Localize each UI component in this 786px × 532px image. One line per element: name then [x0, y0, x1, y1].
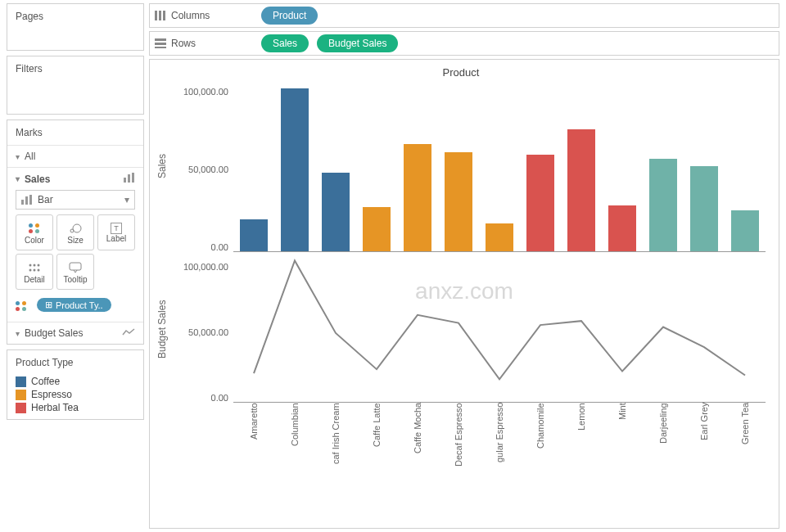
svg-rect-18	[155, 38, 166, 41]
legend-label: Espresso	[31, 389, 72, 400]
svg-rect-16	[159, 11, 161, 20]
legend-swatch	[16, 376, 26, 387]
mark-type-select[interactable]: Bar ▾	[16, 190, 135, 210]
bar[interactable]	[281, 88, 309, 251]
bar[interactable]	[404, 144, 431, 251]
x-tick: gular Espresso	[479, 403, 520, 494]
sidebar: Pages Filters Marks ▾ All ▾ Sales Bar	[0, 0, 149, 532]
product-type-pill[interactable]: ⊞ Product Ty..	[37, 298, 111, 312]
legend-label: Herbal Tea	[31, 402, 79, 413]
svg-point-10	[38, 264, 40, 266]
mark-type-label: Bar	[38, 194, 53, 205]
marks-sales[interactable]: ▾ Sales	[7, 167, 143, 190]
marks-budget-sales[interactable]: ▾ Budget Sales	[7, 322, 143, 344]
svg-rect-4	[25, 196, 28, 205]
bar[interactable]	[240, 219, 268, 251]
bar-icon	[21, 195, 33, 205]
svg-rect-17	[163, 11, 165, 20]
columns-icon	[155, 11, 166, 20]
svg-point-13	[38, 268, 40, 271]
budget-sales-label: Budget Sales	[25, 327, 83, 339]
svg-rect-0	[124, 178, 126, 183]
svg-point-11	[29, 268, 32, 271]
bar[interactable]	[445, 152, 472, 251]
detail-icon	[29, 260, 40, 275]
svg-rect-15	[155, 11, 157, 20]
chevron-down-icon: ▾	[16, 174, 20, 183]
chart-title: Product	[156, 66, 766, 79]
size-icon	[69, 221, 82, 236]
legend-item[interactable]: Coffee	[16, 375, 135, 388]
y-tick: 50,000.00	[188, 327, 228, 337]
sales-plot: Sales 100,000.0050,000.000.00	[156, 80, 766, 252]
pill-budget-sales[interactable]: Budget Sales	[317, 34, 398, 52]
bar[interactable]	[567, 129, 595, 251]
grid-icon: ⊞	[45, 300, 52, 310]
label-icon: T	[111, 223, 122, 234]
svg-rect-5	[29, 195, 32, 205]
bar[interactable]	[690, 166, 718, 251]
x-tick: Mint	[602, 403, 643, 494]
pages-label: Pages	[7, 4, 143, 29]
svg-rect-19	[155, 43, 166, 45]
main: Columns Product Rows Sales Budget Sales …	[149, 0, 786, 532]
detail-button[interactable]: Detail	[16, 254, 53, 290]
bar[interactable]	[322, 173, 350, 251]
y-tick: 0.00	[211, 393, 228, 403]
sales-ylabel: Sales	[156, 80, 171, 252]
x-tick: Green Tea	[725, 403, 766, 494]
bar[interactable]	[731, 210, 759, 251]
bar[interactable]	[526, 155, 554, 251]
svg-point-7	[73, 224, 81, 232]
rows-label: Rows	[171, 38, 196, 49]
legend-item[interactable]: Espresso	[16, 388, 135, 401]
columns-shelf[interactable]: Columns Product	[149, 3, 779, 28]
size-button[interactable]: Size	[56, 214, 94, 250]
legend-label: Coffee	[31, 376, 60, 387]
pill-sales[interactable]: Sales	[261, 34, 309, 52]
svg-point-8	[29, 264, 32, 266]
pill-product[interactable]: Product	[261, 7, 318, 25]
svg-rect-2	[132, 173, 134, 183]
budget-line[interactable]	[254, 260, 745, 379]
color-dots-icon	[16, 301, 27, 311]
legend-item[interactable]: Herbal Tea	[16, 401, 135, 414]
tooltip-button[interactable]: Tooltip	[56, 254, 94, 290]
svg-rect-3	[21, 200, 24, 205]
rows-icon	[155, 38, 166, 48]
marks-label: Marks	[7, 120, 143, 145]
chart-area: Product Sales 100,000.0050,000.000.00 Bu…	[149, 59, 779, 529]
columns-label: Columns	[171, 10, 210, 21]
x-tick: Earl Grey	[684, 403, 725, 494]
x-tick: Amaretto	[233, 403, 274, 494]
rows-shelf[interactable]: Rows Sales Budget Sales	[149, 31, 779, 56]
x-tick: Chamomile	[520, 403, 561, 494]
marks-all[interactable]: ▾ All	[7, 145, 143, 167]
tooltip-icon	[69, 260, 82, 275]
bar[interactable]	[608, 205, 636, 251]
label-button[interactable]: T Label	[97, 214, 135, 250]
x-tick: caf Irish Cream	[315, 403, 356, 494]
color-icon	[29, 221, 40, 236]
x-tick: Columbian	[274, 403, 315, 494]
y-tick: 50,000.00	[188, 165, 228, 174]
x-tick: Lemon	[561, 403, 602, 494]
bar[interactable]	[486, 223, 513, 251]
legend-title: Product Type	[7, 350, 143, 375]
y-tick: 0.00	[211, 242, 228, 252]
pages-panel: Pages	[7, 3, 144, 51]
bar[interactable]	[649, 159, 677, 251]
svg-rect-14	[70, 263, 81, 270]
line-mark-icon	[122, 327, 135, 339]
x-tick: Decaf Espresso	[438, 403, 479, 494]
color-button[interactable]: Color	[16, 214, 53, 250]
svg-point-9	[34, 264, 36, 266]
legend-swatch	[16, 390, 26, 400]
chevron-down-icon: ▾	[16, 329, 20, 338]
budget-plot: Budget Sales 100,000.0050,000.000.00	[156, 255, 766, 403]
chevron-down-icon: ▾	[16, 152, 20, 161]
legend-panel: Product Type CoffeeEspressoHerbal Tea	[7, 349, 144, 420]
x-tick: Caffe Latte	[356, 403, 397, 494]
bar[interactable]	[363, 207, 391, 251]
svg-rect-20	[155, 47, 166, 48]
